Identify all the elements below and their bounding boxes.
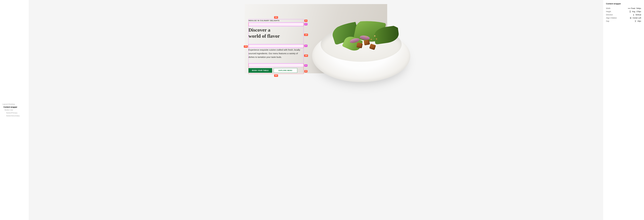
layer-button-primary[interactable]: ButtonPrimary xyxy=(0,112,29,114)
prop-direction-label: Direction xyxy=(606,14,613,16)
prop-gap-value: 24px xyxy=(637,20,641,22)
width-icon xyxy=(628,7,630,10)
explore-menu-button[interactable]: EXPLORE MENU xyxy=(274,68,297,73)
prop-height-label: Height xyxy=(606,11,611,13)
measure-row-buttons: 48 xyxy=(304,70,308,72)
align-icon xyxy=(630,17,632,19)
prop-height[interactable]: Height Hug 378px xyxy=(606,10,641,13)
headline-block: Discover a world of flavor xyxy=(248,26,304,44)
hero-image xyxy=(312,21,410,82)
prop-align-value: Center Left xyxy=(632,17,641,19)
inspector-title: Content wrapper xyxy=(606,3,641,5)
gap-indicator-1 xyxy=(248,23,304,26)
prop-gap-label: Gap xyxy=(606,20,609,22)
layer-content-wrapper[interactable]: Content wrapper xyxy=(0,106,29,108)
measure-gap-2: 24 xyxy=(304,45,308,47)
gap-indicator-3 xyxy=(248,63,304,67)
direction-icon xyxy=(632,14,634,16)
prop-align[interactable]: Align Children Center Left xyxy=(606,16,641,20)
button-row: BOOK YOUR TABLE EXPLORE MENU xyxy=(248,67,304,72)
button-row-block: BOOK YOUR TABLE EXPLORE MENU xyxy=(248,67,304,74)
headline-text: Discover a world of flavor xyxy=(248,26,304,40)
headline-line-1: Discover a xyxy=(248,27,270,33)
measure-gap-1: 24 xyxy=(304,23,308,25)
gap-icon xyxy=(634,20,636,22)
inspector-panel: Content wrapper Width Fixed 544px Height… xyxy=(603,0,644,220)
measure-height-left: 378 xyxy=(244,45,248,48)
measure-row-eyebrow: 24 xyxy=(304,20,308,22)
layers-panel: Layout=Desktop Content wrapper Button ro… xyxy=(0,0,29,220)
prop-direction[interactable]: Direction Vertical xyxy=(606,13,641,16)
measure-row-headline: 126 xyxy=(304,34,308,36)
body-block: Experience exquisite cuisine crafted wit… xyxy=(248,48,304,63)
height-icon xyxy=(629,11,631,13)
layer-root[interactable]: Layout=Desktop xyxy=(0,103,29,106)
prop-gap[interactable]: Gap 24px xyxy=(606,20,641,23)
measure-gap-3: 24 xyxy=(304,64,308,67)
eyebrow-text: INDULGE IN CULINARY DELIGHTS xyxy=(248,19,304,22)
prop-width-label: Width xyxy=(606,7,610,10)
headline-line-2: world of flavor xyxy=(248,33,280,39)
layer-button-row[interactable]: Button row xyxy=(0,108,29,112)
measure-width-top: 544 xyxy=(274,16,278,19)
prop-width[interactable]: Width Fixed 544px xyxy=(606,7,641,10)
body-text: Experience exquisite cuisine crafted wit… xyxy=(248,48,304,59)
prop-height-mode: Hug xyxy=(632,11,635,13)
layer-button-secondary[interactable]: ButtonSecondary xyxy=(0,114,29,117)
prop-align-label: Align Children xyxy=(606,17,617,19)
prop-width-value: 544px xyxy=(636,7,641,10)
content-wrapper-selection[interactable]: 544 544 378 24 24 126 24 108 24 48 INDUL… xyxy=(248,19,304,74)
desktop-frame[interactable]: 544 544 378 24 24 126 24 108 24 48 INDUL… xyxy=(245,4,387,73)
measure-width-bottom: 544 xyxy=(274,74,278,77)
app-root: Layout=Desktop Content wrapper Button ro… xyxy=(0,0,644,220)
book-table-button[interactable]: BOOK YOUR TABLE xyxy=(248,68,272,73)
prop-width-mode: Fixed xyxy=(631,7,635,10)
canvas[interactable]: 544 544 378 24 24 126 24 108 24 48 INDUL… xyxy=(29,0,603,220)
gap-indicator-2 xyxy=(248,44,304,48)
prop-direction-value: Vertical xyxy=(636,14,641,16)
eyebrow-block: INDULGE IN CULINARY DELIGHTS xyxy=(248,19,304,23)
prop-height-value: 378px xyxy=(636,11,641,13)
measure-row-body: 108 xyxy=(304,54,308,57)
